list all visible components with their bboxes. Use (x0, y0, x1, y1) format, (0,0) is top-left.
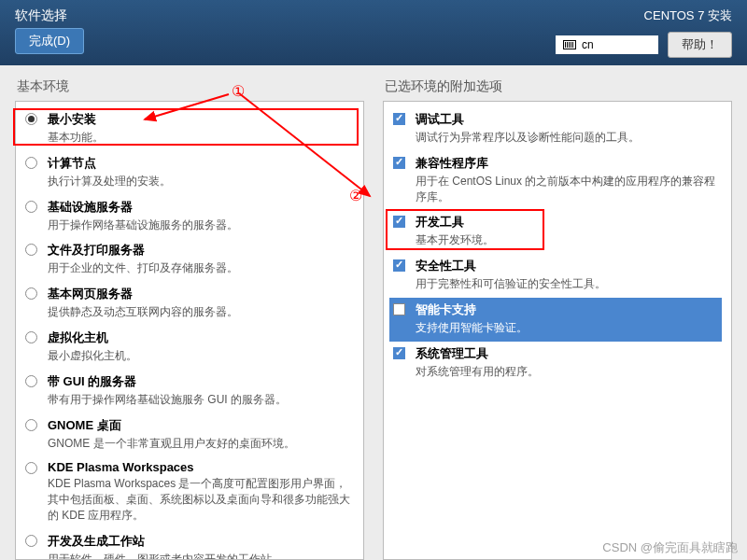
addon-item-title: 安全性工具 (416, 258, 718, 274)
env-item[interactable]: 基础设施服务器用于操作网络基础设施服务的服务器。 (21, 195, 354, 239)
keyboard-icon (563, 40, 576, 49)
addon-item-title: 系统管理工具 (416, 345, 718, 362)
watermark-text: CSDN @偷完面具就瞎跑 (602, 539, 738, 556)
addon-item-desc: 对系统管理有用的程序。 (416, 364, 718, 380)
addon-item-title: 调试工具 (416, 111, 718, 128)
env-item-title: 虚拟化主机 (48, 329, 350, 346)
base-env-title: 基本环境 (15, 78, 364, 95)
env-item-desc: GNOME 是一个非常直观且用户友好的桌面环境。 (48, 436, 350, 452)
base-env-list[interactable]: 最小安装基本功能。计算节点执行计算及处理的安装。基础设施服务器用于操作网络基础设… (15, 101, 364, 560)
env-item[interactable]: GNOME 桌面GNOME 是一个非常直观且用户友好的桌面环境。 (21, 413, 354, 457)
addon-item[interactable]: 系统管理工具对系统管理有用的程序。 (389, 342, 722, 385)
env-item-title: GNOME 桌面 (48, 417, 350, 434)
env-item-desc: 用于操作网络基础设施服务的服务器。 (48, 217, 350, 233)
addons-panel: 已选环境的附加选项 调试工具调试行为异常程序以及诊断性能问题的工具。兼容性程序库… (383, 78, 732, 560)
addon-item-desc: 用于在 CentOS Linux 的之前版本中构建的应用程序的兼容程序库。 (416, 174, 718, 205)
done-button[interactable]: 完成(D) (15, 28, 84, 54)
env-item[interactable]: 计算节点执行计算及处理的安装。 (21, 151, 354, 195)
env-item-title: 带 GUI 的服务器 (48, 373, 350, 390)
addon-item-desc: 支持使用智能卡验证。 (416, 320, 718, 336)
install-title: CENTOS 7 安装 (644, 7, 732, 24)
radio-icon[interactable] (25, 157, 37, 169)
addon-item[interactable]: 开发工具基本开发环境。 (389, 210, 722, 254)
addons-title: 已选环境的附加选项 (383, 78, 732, 95)
addons-list[interactable]: 调试工具调试行为异常程序以及诊断性能问题的工具。兼容性程序库用于在 CentOS… (383, 101, 732, 560)
radio-icon[interactable] (25, 331, 37, 343)
env-item-desc: 提供静态及动态互联网内容的服务器。 (48, 304, 350, 320)
env-item-title: 最小安装 (48, 111, 350, 128)
addon-item[interactable]: 智能卡支持支持使用智能卡验证。 (389, 298, 722, 342)
radio-icon[interactable] (25, 201, 37, 213)
addon-item-title: 智能卡支持 (416, 301, 718, 318)
env-item-desc: KDE Plasma Workspaces 是一个高度可配置图形用户界面，其中包… (48, 476, 350, 523)
checkbox-icon[interactable] (393, 259, 405, 272)
addon-item-desc: 用于完整性和可信验证的安全性工具。 (416, 276, 718, 292)
lang-code: cn (582, 38, 594, 51)
checkbox-icon[interactable] (393, 347, 405, 359)
env-item-desc: 执行计算及处理的安装。 (48, 174, 350, 189)
env-item-title: 文件及打印服务器 (48, 242, 350, 259)
checkbox-icon[interactable] (393, 216, 405, 228)
env-item-desc: 用于软件、硬件、图形或者内容开发的工作站。 (48, 552, 350, 560)
env-item-desc: 最小虚拟化主机。 (48, 348, 350, 364)
env-item-title: 基础设施服务器 (48, 199, 350, 216)
env-item[interactable]: 带 GUI 的服务器带有用于操作网络基础设施服务 GUI 的服务器。 (21, 370, 354, 413)
addon-item[interactable]: 兼容性程序库用于在 CentOS Linux 的之前版本中构建的应用程序的兼容程… (389, 151, 722, 211)
checkbox-icon[interactable] (393, 157, 405, 169)
checkbox-icon[interactable] (393, 303, 405, 315)
addon-item-title: 兼容性程序库 (416, 155, 718, 172)
radio-icon[interactable] (25, 535, 37, 547)
radio-icon[interactable] (25, 113, 37, 125)
help-button[interactable]: 帮助！ (668, 32, 732, 58)
base-env-panel: 基本环境 最小安装基本功能。计算节点执行计算及处理的安装。基础设施服务器用于操作… (15, 78, 364, 560)
radio-icon[interactable] (25, 419, 37, 431)
content-area: 基本环境 最小安装基本功能。计算节点执行计算及处理的安装。基础设施服务器用于操作… (0, 65, 747, 560)
header-bar: 软件选择 完成(D) CENTOS 7 安装 cn 帮助！ (0, 0, 747, 65)
env-item-desc: 基本功能。 (48, 130, 350, 146)
env-item-title: KDE Plasma Workspaces (48, 460, 350, 474)
addon-item[interactable]: 安全性工具用于完整性和可信验证的安全性工具。 (389, 254, 722, 298)
env-item-title: 计算节点 (48, 155, 350, 172)
addon-item-desc: 基本开发环境。 (416, 232, 718, 248)
radio-icon[interactable] (25, 287, 37, 300)
env-item[interactable]: 开发及生成工作站用于软件、硬件、图形或者内容开发的工作站。 (21, 529, 354, 560)
keyboard-layout-selector[interactable]: cn (556, 35, 658, 54)
radio-icon[interactable] (25, 244, 37, 256)
env-item[interactable]: 基本网页服务器提供静态及动态互联网内容的服务器。 (21, 282, 354, 326)
env-item-desc: 用于企业的文件、打印及存储服务器。 (48, 260, 350, 276)
radio-icon[interactable] (25, 462, 37, 474)
env-item[interactable]: 最小安装基本功能。 (21, 107, 354, 151)
addon-item-desc: 调试行为异常程序以及诊断性能问题的工具。 (416, 130, 718, 146)
env-item[interactable]: KDE Plasma WorkspacesKDE Plasma Workspac… (21, 456, 354, 528)
env-item[interactable]: 文件及打印服务器用于企业的文件、打印及存储服务器。 (21, 238, 354, 282)
env-item-desc: 带有用于操作网络基础设施服务 GUI 的服务器。 (48, 392, 350, 408)
addon-item-title: 开发工具 (416, 214, 718, 231)
checkbox-icon[interactable] (393, 113, 405, 125)
page-title: 软件选择 (15, 7, 84, 24)
radio-icon[interactable] (25, 375, 37, 387)
env-item-title: 基本网页服务器 (48, 286, 350, 302)
env-item-title: 开发及生成工作站 (48, 533, 350, 550)
env-item[interactable]: 虚拟化主机最小虚拟化主机。 (21, 326, 354, 370)
addon-item[interactable]: 调试工具调试行为异常程序以及诊断性能问题的工具。 (389, 107, 722, 151)
